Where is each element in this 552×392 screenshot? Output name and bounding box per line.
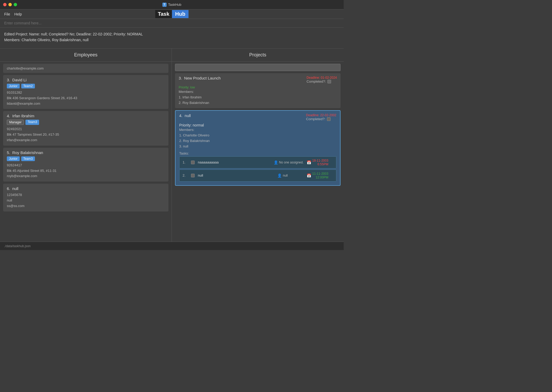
command-input[interactable] xyxy=(4,21,339,25)
assignee-name: null xyxy=(283,174,288,177)
completed-row: Completed?: xyxy=(307,80,337,83)
status-line1: Edited Project: Name: null; Completed? N… xyxy=(4,31,339,37)
task-name: naaaaaaaaaa xyxy=(198,160,270,164)
tag-team2: Team2 xyxy=(21,84,35,88)
employee-address: Blk 436 Serangoon Gardens Street 26, #16… xyxy=(7,96,165,101)
project-members: Members:1. Irfan Ibrahim2. Roy Balakrish… xyxy=(179,89,337,105)
employee-phone: 12345678 xyxy=(7,192,165,198)
task-date: 📅 18-11-20036:55PM xyxy=(307,159,333,166)
assignee-name: No one assigned. xyxy=(279,161,304,164)
project-name: 3. New Product Launch xyxy=(179,76,221,80)
tag-manager: Manager xyxy=(7,120,24,125)
main-content: Employees charlotte@example.com 3. David… xyxy=(0,49,344,242)
footer-path: ./data/taskhub.json xyxy=(4,244,31,248)
brand-hub: Hub xyxy=(172,10,189,18)
employee-address: Blk 45 Aljunied Street 85, #11-31 xyxy=(7,168,165,174)
minimize-button[interactable] xyxy=(8,3,12,6)
employee-name: 5. Roy Balakrishnan xyxy=(7,150,165,155)
project-deadline: Deadline: 01-02-2024 xyxy=(307,76,337,80)
project-search[interactable] xyxy=(175,64,341,71)
project-item[interactable]: 4. null Deadline: 22-02-2002 Completed?:… xyxy=(175,110,341,186)
project-name: 4. null xyxy=(179,113,191,118)
tasks-label: Tasks: xyxy=(179,151,336,155)
task-assignee: 👤 null xyxy=(277,173,304,178)
employee-email: irfan@example.com xyxy=(7,137,165,143)
task-item[interactable]: 2. null 👤 null 📅 11-11-200312:00PM xyxy=(179,169,336,182)
person-icon: 👤 xyxy=(274,160,278,165)
app-title: TaskHub xyxy=(168,3,182,7)
employee-name: 3. David Li xyxy=(7,78,165,82)
calendar-icon: 📅 xyxy=(307,173,311,178)
title-bar: T TaskHub xyxy=(0,0,344,9)
employee-item[interactable]: 5. Roy Balakrishnan JuniorTeam3 92624417… xyxy=(3,148,168,182)
task-number: 2. xyxy=(183,173,188,177)
project-item[interactable]: 3. New Product Launch Deadline: 01-02-20… xyxy=(175,73,341,108)
employees-header: Employees xyxy=(0,49,172,62)
project-list: 3. New Product Launch Deadline: 01-02-20… xyxy=(172,73,344,186)
employee-phone: 92492021 xyxy=(7,126,165,132)
employee-phone: 91031282 xyxy=(7,90,165,96)
menu-file[interactable]: File xyxy=(4,12,10,16)
completed-label: Completed?: xyxy=(307,80,326,83)
projects-header: Projects xyxy=(172,49,344,62)
employee-list: 3. David Li JuniorTeam2 91031282 Blk 436… xyxy=(0,75,172,211)
employee-item[interactable]: 4. Irfan Ibrahim ManagerTeam3 92492021 B… xyxy=(3,111,168,145)
footer: ./data/taskhub.json xyxy=(0,242,344,250)
employees-panel: Employees charlotte@example.com 3. David… xyxy=(0,49,172,242)
employee-tags: JuniorTeam2 xyxy=(7,84,165,88)
status-message: Edited Project: Name: null; Completed? N… xyxy=(0,28,344,49)
person-icon: 👤 xyxy=(277,173,282,178)
close-button[interactable] xyxy=(3,3,7,6)
title-bar-text: T TaskHub xyxy=(162,3,182,7)
project-member: 2. Roy Balakrishnan xyxy=(179,100,337,106)
project-deadline: Deadline: 22-02-2002 xyxy=(306,113,336,117)
task-date-value: 11-11-200312:00PM xyxy=(312,172,328,179)
employee-email: royb@example.com xyxy=(7,173,165,179)
tag-team3: Team3 xyxy=(25,120,39,125)
calendar-icon: 📅 xyxy=(307,160,311,165)
employee-phone: 92624417 xyxy=(7,163,165,168)
project-member: 1. Irfan Ibrahim xyxy=(179,95,337,100)
projects-panel: Projects 3. New Product Launch Deadline:… xyxy=(172,49,344,242)
completed-checkbox[interactable] xyxy=(327,80,331,83)
brand-task: Task xyxy=(155,10,172,18)
menu-help[interactable]: Help xyxy=(14,12,22,16)
task-item[interactable]: 1. naaaaaaaaaa 👤 No one assigned. 📅 18-1… xyxy=(179,156,336,168)
task-assignee: 👤 No one assigned. xyxy=(274,160,304,165)
employee-address: null xyxy=(7,198,165,203)
traffic-lights xyxy=(3,3,17,6)
project-header: 3. New Product Launch Deadline: 01-02-20… xyxy=(179,76,337,84)
status-line2: Members: Charlotte Oliveiro, Roy Balakri… xyxy=(4,37,339,43)
task-name: null xyxy=(198,173,274,177)
maximize-button[interactable] xyxy=(14,3,17,6)
employee-tags: JuniorTeam3 xyxy=(7,156,165,161)
employee-email: lidavid@example.com xyxy=(7,101,165,107)
brand: Task Hub xyxy=(155,10,189,18)
employee-address: Blk 47 Tampines Street 20, #17-35 xyxy=(7,132,165,137)
project-header: 4. null Deadline: 22-02-2002 Completed?: xyxy=(179,113,336,122)
menu-bar: File Help Task Hub xyxy=(0,9,344,19)
task-checkbox[interactable] xyxy=(191,174,195,177)
project-member: 2. Roy Balakrishnan xyxy=(179,138,336,144)
command-bar xyxy=(0,19,344,28)
menu-bar-wrapper: File Help Task Hub xyxy=(4,9,339,19)
completed-row: Completed?: xyxy=(306,117,336,121)
employee-tags: ManagerTeam3 xyxy=(7,120,165,125)
tag-junior: Junior xyxy=(7,84,20,88)
project-priority: Priority: normal xyxy=(179,123,336,127)
project-member: 1. Charlotte Oliveiro xyxy=(179,133,336,138)
employee-item[interactable]: 6. null 12345678 null ss@ss.com xyxy=(3,184,168,211)
task-number: 1. xyxy=(183,160,188,164)
task-date: 📅 11-11-200312:00PM xyxy=(307,172,333,179)
completed-label: Completed?: xyxy=(306,117,326,121)
project-priority: Priority: low xyxy=(179,86,337,89)
task-checkbox[interactable] xyxy=(191,161,195,164)
employee-scroll-top: charlotte@example.com xyxy=(3,64,168,73)
employee-name: 6. null xyxy=(7,186,165,191)
scroll-top-email: charlotte@example.com xyxy=(7,66,165,70)
employee-item[interactable]: 3. David Li JuniorTeam2 91031282 Blk 436… xyxy=(3,75,168,109)
project-member: 3. null xyxy=(179,144,336,149)
tag-junior: Junior xyxy=(7,156,20,161)
tasks-section: Tasks: 1. naaaaaaaaaa 👤 No one assigned.… xyxy=(179,151,336,182)
completed-checkbox[interactable] xyxy=(327,117,331,121)
